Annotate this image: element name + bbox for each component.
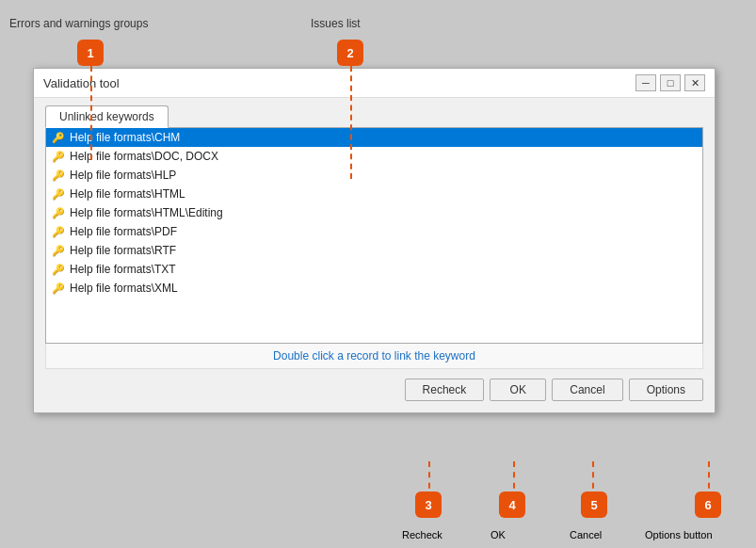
list-item[interactable]: Help file formats\RTF: [46, 241, 702, 260]
bottom-label-cancel: Cancel: [570, 529, 602, 540]
button-row: Recheck OK Cancel Options: [45, 379, 703, 401]
annotation-circle-3: 3: [415, 492, 442, 518]
key-icon: [52, 282, 65, 295]
list-item[interactable]: Help file formats\PDF: [46, 222, 702, 241]
dashed-line-2: [350, 66, 352, 179]
tab-bar: Unlinked keywords: [45, 105, 703, 128]
ok-button[interactable]: OK: [490, 379, 546, 401]
annotation-circle-6: 6: [695, 492, 721, 518]
maximize-button[interactable]: □: [660, 74, 681, 91]
list-item[interactable]: Help file formats\HTML: [46, 185, 702, 203]
annotation-circle-1: 1: [77, 40, 104, 66]
annotation-label-1: Errors and warnings groups: [9, 17, 148, 30]
list-item-text: Help file formats\CHM: [70, 131, 180, 144]
list-item[interactable]: Help file formats\DOC, DOCX: [46, 147, 702, 166]
minimize-button[interactable]: ─: [635, 74, 656, 91]
annotation-circle-4: 4: [499, 492, 525, 518]
dialog-titlebar: Validation tool ─ □ ✕: [34, 69, 715, 98]
list-item[interactable]: Help file formats\XML: [46, 279, 702, 298]
bottom-label-recheck: Recheck: [402, 529, 442, 540]
list-item[interactable]: Help file formats\HTML\Editing: [46, 203, 702, 222]
list-item-text: Help file formats\TXT: [70, 263, 176, 276]
tab-unlinked-keywords[interactable]: Unlinked keywords: [45, 105, 169, 128]
list-item-text: Help file formats\PDF: [70, 225, 177, 238]
hint-text: Double click a record to link the keywor…: [45, 344, 703, 369]
list-item-text: Help file formats\HTML\Editing: [70, 206, 223, 219]
key-icon: [52, 263, 65, 276]
key-icon: [52, 131, 65, 144]
annotation-circle-5: 5: [581, 492, 607, 518]
dialog-content: Unlinked keywords Help file formats\CHMH…: [34, 98, 715, 412]
key-icon: [52, 244, 65, 257]
bottom-label-ok: OK: [491, 529, 506, 540]
list-item-text: Help file formats\HLP: [70, 169, 176, 182]
options-button[interactable]: Options: [629, 379, 703, 401]
bottom-label-options: Options button: [645, 529, 713, 540]
list-item-text: Help file formats\HTML: [70, 187, 185, 201]
dashed-line-1: [90, 66, 92, 160]
annotation-label-2: Issues list: [311, 17, 361, 30]
key-icon: [52, 150, 65, 163]
list-item[interactable]: Help file formats\HLP: [46, 166, 702, 185]
recheck-button[interactable]: Recheck: [405, 379, 485, 401]
cancel-button[interactable]: Cancel: [552, 379, 622, 401]
dialog-window: Validation tool ─ □ ✕ Unlinked keywords …: [33, 68, 716, 413]
list-item[interactable]: Help file formats\TXT: [46, 260, 702, 279]
key-icon: [52, 169, 65, 182]
close-button[interactable]: ✕: [684, 74, 705, 91]
annotation-circle-2: 2: [337, 40, 363, 66]
key-icon: [52, 225, 65, 238]
titlebar-buttons: ─ □ ✕: [635, 74, 705, 91]
keywords-list[interactable]: Help file formats\CHMHelp file formats\D…: [45, 127, 703, 344]
key-icon: [52, 206, 65, 219]
key-icon: [52, 187, 65, 201]
list-item-text: Help file formats\XML: [70, 282, 178, 295]
list-item-text: Help file formats\RTF: [70, 244, 176, 257]
list-item[interactable]: Help file formats\CHM: [46, 128, 702, 147]
dialog-title: Validation tool: [43, 76, 120, 90]
